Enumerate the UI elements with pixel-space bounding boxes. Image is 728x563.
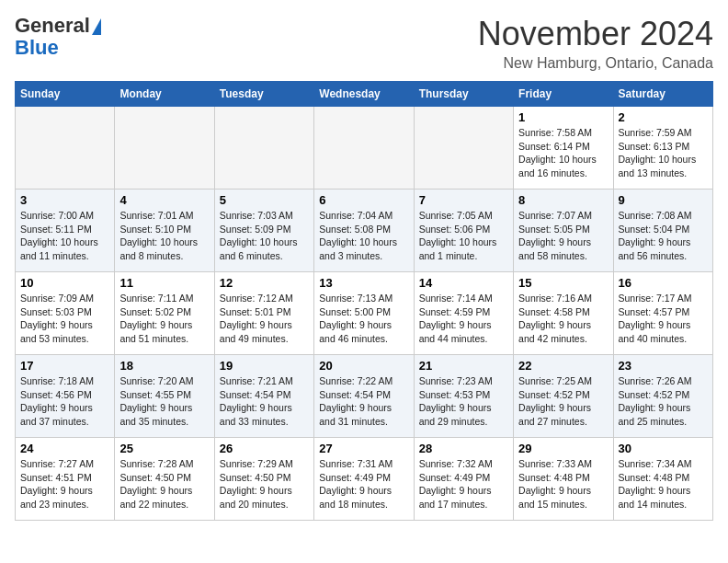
calendar-week-row: 17Sunrise: 7:18 AMSunset: 4:56 PMDayligh… (16, 355, 713, 438)
day-info: Sunrise: 7:04 AMSunset: 5:08 PMDaylight:… (319, 209, 408, 263)
calendar-day: 5Sunrise: 7:03 AMSunset: 5:09 PMDaylight… (214, 190, 313, 272)
day-number: 2 (619, 110, 708, 124)
weekday-header-friday: Friday (514, 82, 613, 107)
day-info: Sunrise: 7:23 AMSunset: 4:53 PMDaylight:… (419, 374, 508, 429)
calendar-day: 10Sunrise: 7:09 AMSunset: 5:03 PMDayligh… (16, 272, 115, 355)
calendar-day: 17Sunrise: 7:18 AMSunset: 4:56 PMDayligh… (16, 355, 115, 438)
day-number: 13 (319, 276, 408, 290)
day-number: 17 (20, 359, 109, 373)
calendar-day: 21Sunrise: 7:23 AMSunset: 4:53 PMDayligh… (414, 355, 513, 438)
calendar-day: 9Sunrise: 7:08 AMSunset: 5:04 PMDaylight… (613, 190, 712, 272)
calendar-day: 23Sunrise: 7:26 AMSunset: 4:52 PMDayligh… (613, 355, 712, 438)
calendar-day: 8Sunrise: 7:07 AMSunset: 5:05 PMDaylight… (514, 190, 613, 272)
page-header: General Blue November 2024 New Hamburg, … (15, 15, 713, 72)
calendar-day: 18Sunrise: 7:20 AMSunset: 4:55 PMDayligh… (115, 355, 214, 438)
calendar-day: 12Sunrise: 7:12 AMSunset: 5:01 PMDayligh… (214, 272, 313, 355)
day-number: 23 (619, 359, 708, 373)
calendar-week-row: 10Sunrise: 7:09 AMSunset: 5:03 PMDayligh… (16, 272, 713, 355)
calendar-day: 1Sunrise: 7:58 AMSunset: 6:14 PMDaylight… (514, 107, 613, 190)
calendar-table: SundayMondayTuesdayWednesdayThursdayFrid… (15, 81, 713, 521)
day-info: Sunrise: 7:12 AMSunset: 5:01 PMDaylight:… (220, 292, 309, 346)
month-title: November 2024 (478, 15, 713, 53)
day-number: 16 (619, 276, 708, 290)
day-number: 9 (619, 193, 708, 207)
calendar-day: 28Sunrise: 7:32 AMSunset: 4:49 PMDayligh… (414, 438, 513, 521)
day-info: Sunrise: 7:11 AMSunset: 5:02 PMDaylight:… (119, 292, 209, 346)
calendar-day: 16Sunrise: 7:17 AMSunset: 4:57 PMDayligh… (613, 272, 712, 355)
day-info: Sunrise: 7:29 AMSunset: 4:50 PMDaylight:… (220, 457, 309, 511)
day-number: 21 (419, 359, 508, 373)
day-number: 30 (619, 442, 708, 455)
weekday-header-thursday: Thursday (414, 82, 513, 107)
day-info: Sunrise: 7:07 AMSunset: 5:05 PMDaylight:… (518, 209, 608, 263)
calendar-day: 27Sunrise: 7:31 AMSunset: 4:49 PMDayligh… (314, 438, 414, 521)
calendar-week-row: 3Sunrise: 7:00 AMSunset: 5:11 PMDaylight… (16, 190, 713, 272)
calendar-day: 22Sunrise: 7:25 AMSunset: 4:52 PMDayligh… (514, 355, 613, 438)
calendar-day: 3Sunrise: 7:00 AMSunset: 5:11 PMDaylight… (16, 190, 115, 272)
day-number: 27 (319, 442, 408, 455)
calendar-day (414, 107, 513, 190)
day-info: Sunrise: 7:27 AMSunset: 4:51 PMDaylight:… (20, 457, 109, 511)
day-info: Sunrise: 7:21 AMSunset: 4:54 PMDaylight:… (220, 374, 309, 429)
calendar-day: 30Sunrise: 7:34 AMSunset: 4:48 PMDayligh… (613, 438, 712, 521)
calendar-day: 20Sunrise: 7:22 AMSunset: 4:54 PMDayligh… (314, 355, 414, 438)
day-number: 19 (220, 359, 309, 373)
calendar-day: 15Sunrise: 7:16 AMSunset: 4:58 PMDayligh… (514, 272, 613, 355)
day-info: Sunrise: 7:33 AMSunset: 4:48 PMDaylight:… (518, 457, 608, 511)
day-number: 14 (419, 276, 508, 290)
calendar-day (314, 107, 414, 190)
day-number: 15 (518, 276, 608, 290)
calendar-day: 6Sunrise: 7:04 AMSunset: 5:08 PMDaylight… (314, 190, 414, 272)
day-number: 26 (220, 442, 309, 455)
day-info: Sunrise: 7:08 AMSunset: 5:04 PMDaylight:… (619, 209, 708, 263)
calendar-day: 13Sunrise: 7:13 AMSunset: 5:00 PMDayligh… (314, 272, 414, 355)
calendar-day: 4Sunrise: 7:01 AMSunset: 5:10 PMDaylight… (115, 190, 214, 272)
day-info: Sunrise: 7:58 AMSunset: 6:14 PMDaylight:… (518, 126, 608, 180)
day-info: Sunrise: 7:16 AMSunset: 4:58 PMDaylight:… (518, 292, 608, 346)
day-info: Sunrise: 7:01 AMSunset: 5:10 PMDaylight:… (119, 209, 209, 263)
day-number: 24 (20, 442, 109, 455)
day-number: 20 (319, 359, 408, 373)
calendar-day: 11Sunrise: 7:11 AMSunset: 5:02 PMDayligh… (115, 272, 214, 355)
day-info: Sunrise: 7:28 AMSunset: 4:50 PMDaylight:… (119, 457, 209, 511)
day-number: 18 (119, 359, 209, 373)
calendar-day: 7Sunrise: 7:05 AMSunset: 5:06 PMDaylight… (414, 190, 513, 272)
calendar-week-row: 24Sunrise: 7:27 AMSunset: 4:51 PMDayligh… (16, 438, 713, 521)
weekday-header-tuesday: Tuesday (214, 82, 313, 107)
day-info: Sunrise: 7:00 AMSunset: 5:11 PMDaylight:… (20, 209, 109, 263)
logo-text: General (15, 15, 101, 37)
day-info: Sunrise: 7:20 AMSunset: 4:55 PMDaylight:… (119, 374, 209, 429)
day-number: 12 (220, 276, 309, 290)
calendar-day: 25Sunrise: 7:28 AMSunset: 4:50 PMDayligh… (115, 438, 214, 521)
day-info: Sunrise: 7:05 AMSunset: 5:06 PMDaylight:… (419, 209, 508, 263)
day-info: Sunrise: 7:25 AMSunset: 4:52 PMDaylight:… (518, 374, 608, 429)
calendar-week-row: 1Sunrise: 7:58 AMSunset: 6:14 PMDaylight… (16, 107, 713, 190)
day-number: 5 (220, 193, 309, 207)
day-number: 7 (419, 193, 508, 207)
day-info: Sunrise: 7:32 AMSunset: 4:49 PMDaylight:… (419, 457, 508, 511)
weekday-header-wednesday: Wednesday (314, 82, 414, 107)
weekday-header-saturday: Saturday (613, 82, 712, 107)
day-number: 8 (518, 193, 608, 207)
day-number: 1 (518, 110, 608, 124)
day-info: Sunrise: 7:13 AMSunset: 5:00 PMDaylight:… (319, 292, 408, 346)
day-info: Sunrise: 7:18 AMSunset: 4:56 PMDaylight:… (20, 374, 109, 429)
calendar-day: 24Sunrise: 7:27 AMSunset: 4:51 PMDayligh… (16, 438, 115, 521)
day-number: 11 (119, 276, 209, 290)
day-number: 25 (119, 442, 209, 455)
day-info: Sunrise: 7:09 AMSunset: 5:03 PMDaylight:… (20, 292, 109, 346)
calendar-day: 26Sunrise: 7:29 AMSunset: 4:50 PMDayligh… (214, 438, 313, 521)
logo-blue: Blue (15, 36, 59, 59)
day-number: 3 (20, 193, 109, 207)
day-info: Sunrise: 7:34 AMSunset: 4:48 PMDaylight:… (619, 457, 708, 511)
location-title: New Hamburg, Ontario, Canada (478, 55, 713, 72)
weekday-header-monday: Monday (115, 82, 214, 107)
calendar-day: 14Sunrise: 7:14 AMSunset: 4:59 PMDayligh… (414, 272, 513, 355)
day-info: Sunrise: 7:59 AMSunset: 6:13 PMDaylight:… (619, 126, 708, 180)
calendar-day (16, 107, 115, 190)
day-info: Sunrise: 7:26 AMSunset: 4:52 PMDaylight:… (619, 374, 708, 429)
day-info: Sunrise: 7:22 AMSunset: 4:54 PMDaylight:… (319, 374, 408, 429)
day-number: 10 (20, 276, 109, 290)
weekday-header-sunday: Sunday (16, 82, 115, 107)
calendar-day (214, 107, 313, 190)
